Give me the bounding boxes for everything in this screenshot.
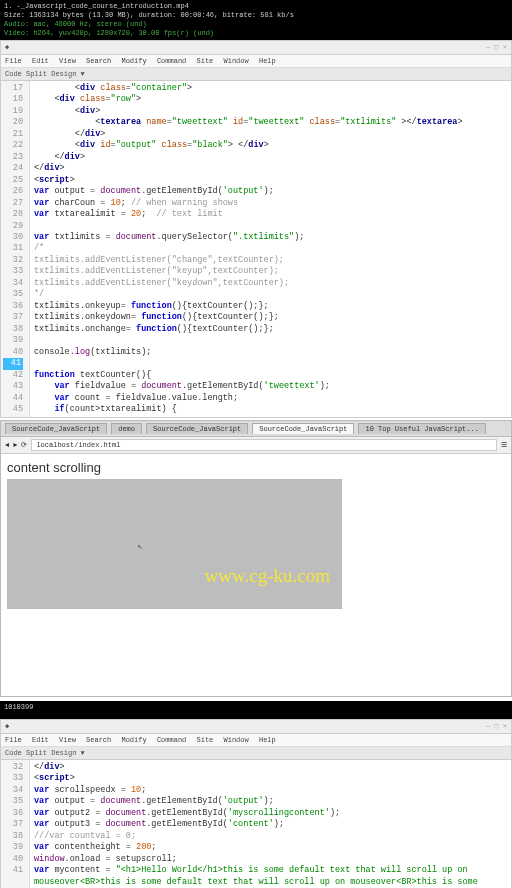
terminal-line: Size: 1363134 bytes (13.30 MB), duration… — [4, 11, 294, 19]
code-area-1[interactable]: 1718192021222324252627282930313233343536… — [1, 81, 511, 418]
line-gutter: 32333435363738394041 4243444546474849505… — [1, 760, 30, 888]
app-icon: ◆ — [5, 43, 9, 51]
editor-2: ◆ — ▢ ✕ File Edit View Search Modify Com… — [0, 719, 512, 888]
menu-window[interactable]: Window — [224, 736, 249, 744]
browser-tab[interactable]: SourceCode_JavaScript — [5, 423, 107, 434]
browser-tab[interactable]: SourceCode_JavaScript — [146, 423, 248, 434]
terminal-mid: 1010399 — [0, 701, 512, 719]
code-area-2[interactable]: 32333435363738394041 4243444546474849505… — [1, 760, 511, 888]
app-icon: ◆ — [5, 722, 9, 730]
menu-window[interactable]: Window — [224, 57, 249, 65]
terminal-line: 1010399 — [4, 703, 33, 711]
menu-search[interactable]: Search — [86, 736, 111, 744]
browser-tab[interactable]: 10 Top Useful JavaScript... — [358, 423, 485, 434]
menu-edit[interactable]: Edit — [32, 736, 49, 744]
close-icon[interactable]: — ▢ ✕ — [486, 721, 507, 732]
browser-tab[interactable]: demo — [111, 423, 142, 434]
editor-menu: File Edit View Search Modify Command Sit… — [1, 55, 511, 68]
page-heading: content scrolling — [7, 460, 505, 475]
terminal-line: Video: h264, yuv420p, 1280x720, 30.00 fp… — [4, 29, 214, 37]
menu-view[interactable]: View — [59, 736, 76, 744]
menu-site[interactable]: Site — [197, 57, 214, 65]
terminal-top: 1. -_Javascript_code_course_introduction… — [0, 0, 512, 40]
menu-site[interactable]: Site — [197, 736, 214, 744]
terminal-line: Audio: aac, 48000 Hz, stereo (und) — [4, 20, 147, 28]
editor-view-tabs[interactable]: Code Split Design ▼ — [1, 68, 511, 81]
back-icon[interactable]: ◄ — [5, 441, 9, 449]
menu-help[interactable]: Help — [259, 736, 276, 744]
close-icon[interactable]: — ▢ ✕ — [486, 42, 507, 53]
menu-edit[interactable]: Edit — [32, 57, 49, 65]
page-content: content scrolling ↖ www.cg-ku.com — [1, 454, 511, 696]
editor-1: ◆ — ▢ ✕ File Edit View Search Modify Com… — [0, 40, 512, 418]
code-content[interactable]: <div class="container"> <div class="row"… — [30, 81, 511, 418]
menu-help[interactable]: Help — [259, 57, 276, 65]
menu-file[interactable]: File — [5, 57, 22, 65]
editor-titlebar: ◆ — ▢ ✕ — [1, 41, 511, 55]
browser-tab-active[interactable]: SourceCode_JavaScript — [252, 423, 354, 434]
code-content[interactable]: </div> <script> var scrollspeedx = 10; v… — [30, 760, 511, 888]
menu-command[interactable]: Command — [157, 736, 186, 744]
cursor-icon: ↖ — [137, 541, 142, 552]
line-gutter: 1718192021222324252627282930313233343536… — [1, 81, 30, 418]
menu-view[interactable]: View — [59, 57, 76, 65]
menu-command[interactable]: Command — [157, 57, 186, 65]
address-bar: ◄ ► ⟳ localhost/index.html ☰ — [1, 437, 511, 454]
menu-file[interactable]: File — [5, 736, 22, 744]
browser-window: SourceCode_JavaScript demo SourceCode_Ja… — [0, 420, 512, 697]
editor-menu: File Edit View Search Modify Command Sit… — [1, 734, 511, 747]
menu-search[interactable]: Search — [86, 57, 111, 65]
editor-titlebar: ◆ — ▢ ✕ — [1, 720, 511, 734]
menu-icon[interactable]: ☰ — [501, 441, 507, 449]
watermark-text: www.cg-ku.com — [205, 565, 330, 587]
menu-modify[interactable]: Modify — [121, 736, 146, 744]
scroll-canvas[interactable]: ↖ www.cg-ku.com — [7, 479, 342, 609]
reload-icon[interactable]: ⟳ — [21, 441, 27, 449]
browser-tabbar: SourceCode_JavaScript demo SourceCode_Ja… — [1, 421, 511, 437]
menu-modify[interactable]: Modify — [121, 57, 146, 65]
forward-icon[interactable]: ► — [13, 441, 17, 449]
url-input[interactable]: localhost/index.html — [31, 439, 497, 451]
terminal-line: 1. -_Javascript_code_course_introduction… — [4, 2, 189, 10]
editor-view-tabs[interactable]: Code Split Design ▼ — [1, 747, 511, 760]
